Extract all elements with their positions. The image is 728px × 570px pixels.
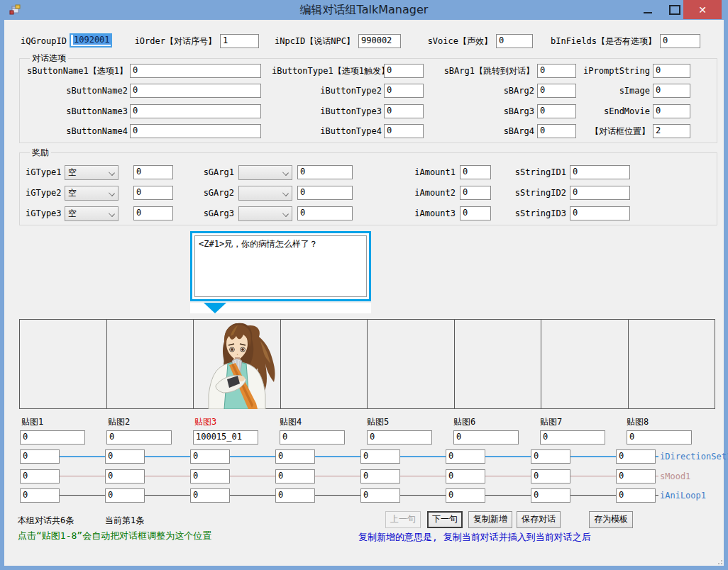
texture3-label[interactable]: 贴图3 [194,417,216,427]
binfields-input[interactable]: 0 [660,34,700,48]
sbarg4-label: sBArg4 [424,124,534,138]
portrait-cell-5[interactable] [368,320,455,408]
sbuttonname4-input[interactable]: 0 [130,124,261,138]
iamount2-input[interactable]: 0 [460,186,491,200]
sstringid3-input[interactable]: 0 [570,206,630,220]
texture8-label[interactable]: 贴图8 [627,417,649,427]
sbarg1-label: sBArg1【跳转到对话】 [424,64,534,78]
iamount1-input[interactable]: 0 [460,165,491,179]
sbarg3-label: sBArg3 [424,104,534,118]
sstringid2-input[interactable]: 0 [570,186,630,200]
copy-add-button[interactable]: 复制新增 [468,511,512,528]
iamount3-input[interactable]: 0 [460,206,491,220]
igtype2-num-input[interactable]: 0 [133,186,173,200]
igtype3-dropdown[interactable]: 空 [65,206,118,221]
sgarg1-dropdown[interactable] [238,165,292,180]
texture5-input[interactable]: 0 [367,430,432,445]
portrait-cell-6[interactable] [455,320,542,408]
mood-input-1[interactable]: 0 [20,469,60,484]
portrait-cell-4[interactable] [281,320,368,408]
close-button[interactable]: ✕ [683,0,722,19]
sbuttonname3-input[interactable]: 0 [130,104,261,118]
sbuttonname2-input[interactable]: 0 [130,84,261,98]
aniloop-input-3[interactable]: 0 [190,488,230,503]
ipromptstring-input[interactable]: 0 [653,64,690,78]
mood-input-8[interactable]: 0 [616,469,656,484]
mood-input-5[interactable]: 0 [360,469,400,484]
texture6-input[interactable]: 0 [453,430,519,445]
direction-input-7[interactable]: 0 [531,449,570,464]
texture7-input[interactable]: 0 [540,430,605,445]
texture1-input[interactable]: 0 [20,430,85,445]
aniloop-input-6[interactable]: 0 [446,488,485,503]
igtype2-dropdown[interactable]: 空 [65,186,118,201]
texture2-label[interactable]: 贴图2 [108,417,130,427]
direction-input-4[interactable]: 0 [275,449,315,464]
aniloop-row-label: iAniLoop1 [660,488,725,503]
ibuttontype4-input[interactable]: 0 [384,124,424,138]
resize-grip[interactable] [715,557,722,564]
aniloop-input-1[interactable]: 0 [20,488,60,503]
texture7-label[interactable]: 贴图7 [540,417,562,427]
portrait-cell-2[interactable] [107,320,194,408]
iqgroupid-input[interactable]: 1092001 [70,33,112,48]
inpcid-input[interactable]: 990002 [358,34,401,48]
save-dialog-button[interactable]: 保存对话 [517,511,561,528]
sgarg3-dropdown[interactable] [238,206,292,221]
portrait-cell-7[interactable] [541,320,629,408]
sendmovie-input[interactable]: 0 [653,104,690,118]
sgarg2-dropdown[interactable] [238,186,292,201]
next-sentence-button[interactable]: 下一句 [427,511,463,528]
direction-input-2[interactable]: 0 [105,449,145,464]
ibuttontype2-input[interactable]: 0 [384,84,424,98]
sstringid1-input[interactable]: 0 [570,165,630,179]
aniloop-input-7[interactable]: 0 [531,488,570,503]
aniloop-input-2[interactable]: 0 [105,488,145,503]
aniloop-input-5[interactable]: 0 [360,488,400,503]
sbuttonname1-input[interactable]: 0 [130,64,261,78]
sgarg2-num-input[interactable]: 0 [297,186,353,200]
mood-input-3[interactable]: 0 [190,469,230,484]
direction-input-3[interactable]: 0 [190,449,230,464]
igtype3-num-input[interactable]: 0 [133,206,173,220]
dialog-text-input[interactable]: <Z#1>兄，你的病情怎么样了？ [194,235,367,297]
previous-sentence-button[interactable]: 上一句 [385,511,421,528]
mood-input-7[interactable]: 0 [531,469,570,484]
aniloop-input-4[interactable]: 0 [275,488,315,503]
igtype1-dropdown[interactable]: 空 [65,165,118,180]
sgarg3-num-input[interactable]: 0 [297,206,353,220]
texture1-label[interactable]: 贴图1 [21,417,43,427]
maximize-button[interactable] [664,0,685,19]
mood-input-4[interactable]: 0 [275,469,315,484]
texture5-label[interactable]: 贴图5 [367,417,389,427]
direction-input-1[interactable]: 0 [20,449,60,464]
texture4-label[interactable]: 贴图4 [280,417,302,427]
aniloop-input-8[interactable]: 0 [616,488,656,503]
mood-input-6[interactable]: 0 [446,469,485,484]
igtype1-num-input[interactable]: 0 [133,165,173,179]
direction-input-8[interactable]: 0 [616,449,656,464]
iqgroupid-label: iQGroupID [14,34,67,48]
ibuttontype1-label: iButtonType1【选项1触发】 [272,64,382,78]
portrait-cell-1[interactable] [20,320,107,408]
svoice-input[interactable]: 0 [496,34,533,48]
texture2-input[interactable]: 0 [106,430,172,445]
save-as-template-button[interactable]: 存为模板 [589,511,633,528]
portrait-grid [19,319,715,409]
texture6-label[interactable]: 贴图6 [453,417,475,427]
window-title: 编辑对话组TalkManager [0,3,728,18]
texture3-input[interactable]: 100015_01 [193,430,258,445]
direction-input-6[interactable]: 0 [446,449,485,464]
ibuttontype1-input[interactable]: 0 [384,64,424,78]
simage-input[interactable]: 0 [653,84,690,98]
mood-input-2[interactable]: 0 [105,469,145,484]
ibuttontype3-input[interactable]: 0 [384,104,424,118]
texture8-input[interactable]: 0 [627,430,692,445]
minimize-button[interactable] [637,0,658,19]
iorder-input[interactable]: 1 [220,34,259,48]
direction-input-5[interactable]: 0 [360,449,400,464]
portrait-cell-8[interactable] [629,320,715,408]
dialog-position-input[interactable]: 2 [653,124,690,138]
sgarg1-num-input[interactable]: 0 [297,165,353,179]
texture4-input[interactable]: 0 [280,430,345,445]
